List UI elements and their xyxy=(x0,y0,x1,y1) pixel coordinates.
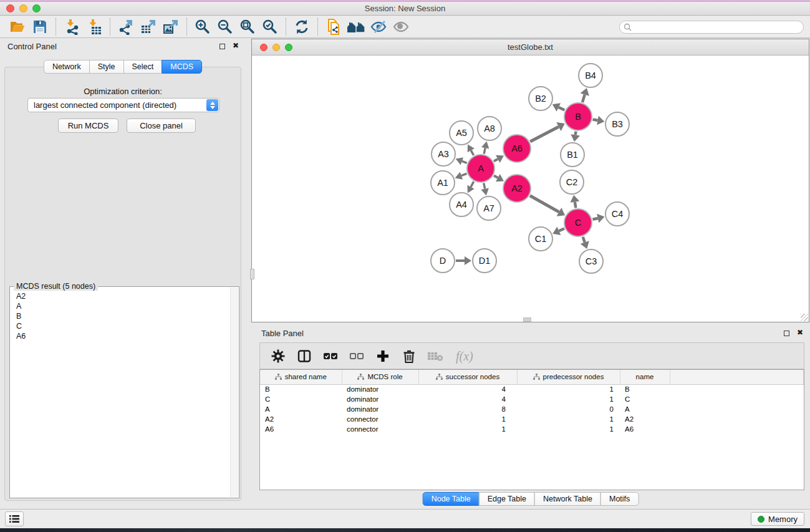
table-cell[interactable]: B xyxy=(620,384,670,394)
graph-edge-B-B3[interactable] xyxy=(593,119,598,120)
network-minimize-button[interactable] xyxy=(272,44,280,51)
select-all-button[interactable] xyxy=(322,348,339,364)
network-overview-button[interactable] xyxy=(345,17,367,36)
table-cell[interactable]: A xyxy=(620,404,670,414)
table-cell[interactable]: 1 xyxy=(418,424,517,434)
column-header-MCDS-role[interactable]: MCDS role xyxy=(342,370,418,384)
table-cell[interactable]: dominator xyxy=(342,394,418,404)
resize-grip-icon[interactable] xyxy=(801,314,808,321)
save-session-button[interactable] xyxy=(29,17,51,36)
open-file-button[interactable] xyxy=(6,17,29,36)
table-cell[interactable]: 1 xyxy=(418,414,517,424)
import-table-button[interactable] xyxy=(83,17,105,36)
table-cell[interactable]: 0 xyxy=(517,404,620,414)
close-table-panel-icon[interactable]: ✖ xyxy=(797,328,803,337)
mcds-result-item[interactable]: A2 xyxy=(16,291,233,301)
table-cell[interactable]: connector xyxy=(342,414,418,424)
float-panel-icon[interactable] xyxy=(219,44,225,49)
network-window-titlebar[interactable]: testGlobe.txt xyxy=(252,39,809,56)
table-cell[interactable]: C xyxy=(620,394,670,404)
close-window-button[interactable] xyxy=(6,4,14,12)
graph-edge-A-A2[interactable] xyxy=(494,176,498,178)
table-cell[interactable]: dominator xyxy=(342,384,418,394)
horizontal-splitter-handle[interactable] xyxy=(523,317,531,322)
add-row-button[interactable] xyxy=(375,348,391,364)
tab-motifs[interactable]: Motifs xyxy=(600,492,639,506)
mcds-result-item[interactable]: B xyxy=(16,311,233,321)
tab-select[interactable]: Select xyxy=(123,60,163,74)
tab-network[interactable]: Network xyxy=(44,60,90,74)
table-settings-button[interactable] xyxy=(270,348,286,364)
mcds-result-item[interactable]: A6 xyxy=(16,331,233,341)
table-row[interactable]: Cdominator41C xyxy=(260,394,804,404)
graph-edge-C-C4[interactable] xyxy=(592,218,597,220)
graphics-details-button[interactable] xyxy=(367,17,390,36)
import-network-button[interactable] xyxy=(60,17,83,36)
show-column-button[interactable] xyxy=(296,348,312,364)
function-builder-button[interactable]: f(x) xyxy=(453,348,481,364)
deselect-all-button[interactable] xyxy=(349,348,365,364)
zoom-selected-button[interactable] xyxy=(259,17,281,36)
table-row[interactable]: A6connector11A6 xyxy=(260,424,804,434)
optimization-criterion-select[interactable]: largest connected component (directed) xyxy=(27,98,219,112)
graph-edge-B-B2[interactable] xyxy=(559,107,565,110)
graph-edge-B-B4[interactable] xyxy=(582,95,585,102)
delete-row-button[interactable] xyxy=(401,348,417,364)
table-cell[interactable]: B xyxy=(260,384,342,394)
table-cell[interactable]: 4 xyxy=(418,394,517,404)
table-row[interactable]: A2connector11A2 xyxy=(260,414,804,424)
tab-mcds[interactable]: MCDS xyxy=(162,60,202,74)
column-header-name[interactable]: name xyxy=(620,370,670,384)
graph-edge-C-C1[interactable] xyxy=(559,229,564,231)
export-table-button[interactable] xyxy=(137,17,160,36)
duplicate-network-button[interactable] xyxy=(322,17,345,36)
export-network-button[interactable] xyxy=(115,17,137,36)
run-mcds-button[interactable]: Run MCDS xyxy=(58,118,118,133)
graph-edge-C-C2[interactable] xyxy=(575,202,576,208)
network-close-button[interactable] xyxy=(260,44,268,51)
tab-style[interactable]: Style xyxy=(89,60,124,74)
column-header-successor-nodes[interactable]: successor nodes xyxy=(418,370,517,384)
zoom-fit-button[interactable] xyxy=(236,17,259,36)
table-cell[interactable]: 4 xyxy=(418,384,517,394)
column-header-shared-name[interactable]: shared name xyxy=(260,370,342,384)
apply-layout-button[interactable] xyxy=(291,17,313,36)
search-input[interactable] xyxy=(632,22,799,31)
table-cell[interactable]: 1 xyxy=(517,394,620,404)
table-cell[interactable]: A xyxy=(260,404,342,414)
table-cell[interactable]: 1 xyxy=(517,414,620,424)
export-image-button[interactable] xyxy=(160,17,182,36)
graph-edge-A-A6[interactable] xyxy=(494,159,498,161)
network-zoom-button[interactable] xyxy=(285,44,292,51)
mcds-result-item[interactable]: C xyxy=(16,321,233,331)
graph-edge-C-C3[interactable] xyxy=(583,237,585,243)
zoom-out-button[interactable] xyxy=(214,17,236,36)
close-panel-button[interactable]: Close panel xyxy=(127,118,196,133)
table-cell[interactable]: A6 xyxy=(260,424,342,434)
tab-edge-table[interactable]: Edge Table xyxy=(479,492,535,506)
table-cell[interactable]: 1 xyxy=(517,424,620,434)
zoom-window-button[interactable] xyxy=(32,4,41,12)
show-hide-button[interactable] xyxy=(390,17,412,36)
table-cell[interactable]: A2 xyxy=(620,414,670,424)
search-box[interactable] xyxy=(619,21,804,34)
delete-table-button[interactable] xyxy=(427,348,443,364)
graph-edge-A-A8[interactable] xyxy=(484,148,485,153)
zoom-in-button[interactable] xyxy=(191,17,214,36)
task-history-button[interactable] xyxy=(5,511,24,526)
left-splitter-handle[interactable] xyxy=(250,269,254,279)
network-canvas[interactable]: B4B2BB3A8A5A6A3B1AA1C2A2A4A7C4CC1C3DD1 xyxy=(252,56,809,322)
column-header-predecessor-nodes[interactable]: predecessor nodes xyxy=(517,370,620,384)
table-cell[interactable]: 1 xyxy=(517,384,620,394)
minimize-window-button[interactable] xyxy=(19,4,27,12)
graph-edge-A-A5[interactable] xyxy=(471,150,473,155)
graph-edge-A6-B[interactable] xyxy=(530,127,559,142)
close-panel-icon[interactable]: ✖ xyxy=(233,41,239,50)
table-row[interactable]: Adominator80A xyxy=(260,404,804,414)
result-scrollbar[interactable] xyxy=(230,288,238,497)
memory-button[interactable]: Memory xyxy=(751,512,804,526)
graph-edge-A-A1[interactable] xyxy=(461,173,467,175)
tab-network-table[interactable]: Network Table xyxy=(534,492,601,506)
graph-edge-B-B1[interactable] xyxy=(576,132,576,135)
graph-edge-A-A4[interactable] xyxy=(471,181,474,187)
